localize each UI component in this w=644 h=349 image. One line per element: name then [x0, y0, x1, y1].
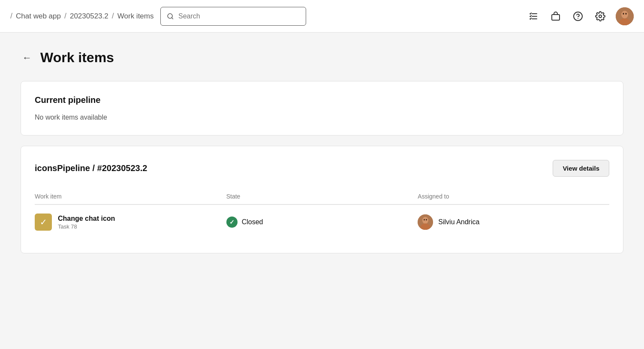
- assignee-avatar-icon: [418, 214, 433, 230]
- col-work-item: Work item: [35, 193, 226, 200]
- pipeline-header: iconsPipeline / #20230523.2 View details: [35, 160, 609, 177]
- breadcrumb-build-number[interactable]: 20230523.2: [70, 12, 108, 21]
- work-item-name: Change chat icon: [58, 215, 115, 223]
- assignee-name: Silviu Andrica: [438, 218, 479, 226]
- user-avatar[interactable]: [616, 7, 634, 25]
- svg-line-1: [172, 18, 173, 19]
- work-item-details: Change chat icon Task 78: [58, 215, 115, 230]
- work-item-cell: ✓ Change chat icon Task 78: [35, 214, 226, 231]
- svg-point-8: [599, 15, 602, 18]
- state-cell: ✓ Closed: [226, 217, 418, 228]
- main-content: ← Work items Current pipeline No work it…: [0, 33, 644, 281]
- pipeline-title: iconsPipeline / #20230523.2: [35, 163, 147, 173]
- back-button[interactable]: ←: [21, 51, 33, 65]
- task-icon-check: ✓: [40, 217, 47, 227]
- avatar-face-icon: [616, 7, 634, 25]
- table-row: ✓ Change chat icon Task 78 ✓ Closed: [35, 205, 609, 239]
- task-icon: ✓: [35, 214, 52, 231]
- breadcrumb-work-items[interactable]: Work items: [117, 12, 154, 21]
- assigned-cell: Silviu Andrica: [418, 214, 609, 230]
- state-closed-icon: ✓: [226, 217, 238, 228]
- view-details-button[interactable]: View details: [553, 160, 609, 177]
- svg-point-12: [623, 13, 624, 15]
- state-check-mark: ✓: [229, 219, 235, 226]
- col-assigned-to: Assigned to: [418, 193, 609, 200]
- state-label: Closed: [242, 218, 263, 226]
- tasklist-button[interactable]: [527, 9, 540, 23]
- work-item-sub: Task 78: [58, 223, 115, 230]
- col-state: State: [226, 193, 418, 200]
- svg-rect-5: [552, 15, 560, 20]
- breadcrumb-sep-1: /: [10, 12, 12, 21]
- breadcrumb-chat-web-app[interactable]: Chat web app: [16, 12, 61, 21]
- assignee-avatar: [418, 214, 433, 230]
- current-pipeline-empty: No work items available: [35, 114, 609, 121]
- search-icon: [167, 12, 174, 20]
- header-icons: [527, 7, 634, 25]
- breadcrumb-sep-3: /: [112, 12, 114, 21]
- svg-point-15: [422, 217, 428, 224]
- current-pipeline-card: Current pipeline No work items available: [21, 81, 623, 135]
- breadcrumb: / Chat web app / 20230523.2 / Work items: [10, 12, 153, 21]
- svg-point-13: [626, 13, 627, 15]
- breadcrumb-sep-2: /: [64, 12, 66, 21]
- help-icon: [573, 11, 583, 21]
- svg-point-18: [426, 219, 427, 221]
- svg-point-10: [621, 11, 628, 18]
- top-nav: / Chat web app / 20230523.2 / Work items: [0, 0, 644, 33]
- icons-pipeline-card: iconsPipeline / #20230523.2 View details…: [21, 146, 623, 253]
- page-title: Work items: [40, 50, 114, 66]
- search-input[interactable]: [178, 12, 300, 20]
- search-bar[interactable]: [160, 7, 306, 26]
- page-header: ← Work items: [21, 50, 623, 66]
- settings-icon: [595, 11, 605, 21]
- table-header: Work item State Assigned to: [35, 189, 609, 205]
- bag-button[interactable]: [549, 9, 563, 23]
- tasklist-icon: [528, 11, 539, 21]
- settings-button[interactable]: [593, 9, 607, 23]
- svg-point-17: [424, 219, 425, 221]
- help-button[interactable]: [571, 9, 585, 23]
- bag-icon: [551, 11, 561, 21]
- current-pipeline-title: Current pipeline: [35, 95, 609, 105]
